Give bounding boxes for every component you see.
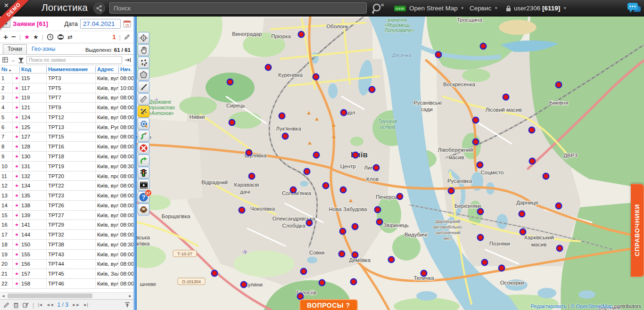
table-row[interactable]: 8★128ТРТ16Київ, вулиця08:00: [0, 142, 133, 152]
delivery-point-marker[interactable]: [340, 187, 346, 193]
delivery-point-marker[interactable]: [301, 269, 306, 274]
delivery-point-marker[interactable]: [421, 270, 427, 276]
delivery-point-marker[interactable]: [341, 110, 347, 115]
courier-icon[interactable]: [138, 204, 149, 215]
points-icon[interactable]: [138, 57, 149, 68]
delivery-point-marker[interactable]: [529, 158, 535, 164]
delivery-point-marker[interactable]: [478, 235, 483, 240]
delivery-point-marker[interactable]: [319, 280, 325, 286]
delivery-point-marker[interactable]: [352, 224, 358, 229]
remove-button[interactable]: −: [11, 33, 16, 41]
user-menu[interactable]: user2306 [6119] ▼: [505, 0, 567, 16]
reference-books-tab[interactable]: СПРАВОЧНИКИ: [631, 184, 644, 277]
delivery-point-marker[interactable]: [279, 113, 285, 119]
first-page-button[interactable]: |◄: [38, 302, 42, 307]
delivery-point-marker[interactable]: [306, 220, 312, 226]
google-search-icon[interactable]: G +: [371, 2, 385, 15]
ruler-icon[interactable]: [138, 93, 149, 105]
table-row[interactable]: 6★125ТРТ13Київ, Русанівська08:00: [0, 122, 133, 132]
scrollbar-thumb[interactable]: [8, 294, 92, 298]
delivery-point-marker[interactable]: [373, 165, 379, 171]
brush-icon[interactable]: [138, 81, 149, 93]
table-row[interactable]: 3★119ТРТ7Київ, вулиця08:00: [0, 93, 133, 103]
add-button[interactable]: +: [3, 33, 8, 41]
prev-page-button[interactable]: ◄◄: [46, 302, 54, 307]
table-header[interactable]: № ▲КодНаименованиеАдресНач.: [0, 65, 133, 73]
next-page-button[interactable]: ►►: [72, 302, 80, 307]
share-icon[interactable]: [93, 2, 105, 14]
filter-icon[interactable]: [18, 57, 24, 63]
questions-button[interactable]: ВОПРОСЫ ?: [299, 299, 358, 310]
column-header[interactable]: Код: [19, 66, 46, 73]
traffic-icon[interactable]: [138, 167, 149, 179]
delivery-point-marker[interactable]: [282, 133, 288, 139]
printer-icon[interactable]: [57, 34, 64, 40]
delivery-point-marker[interactable]: [436, 52, 441, 57]
delivery-point-marker[interactable]: [339, 251, 345, 257]
delivery-point-marker[interactable]: [323, 183, 329, 188]
arrow-right-icon[interactable]: →: [10, 57, 16, 63]
polygon-icon[interactable]: [138, 69, 149, 81]
scroll-right-icon[interactable]: ►: [127, 294, 133, 298]
requests-title[interactable]: Заявки [61]: [13, 20, 48, 27]
delivery-point-marker[interactable]: [543, 173, 549, 179]
delivery-point-marker[interactable]: [239, 207, 245, 213]
horizontal-scrollbar[interactable]: ◄ ►: [0, 292, 133, 299]
cancel-icon[interactable]: [138, 142, 149, 154]
pan-hand-icon[interactable]: [138, 44, 149, 56]
delivery-point-marker[interactable]: [298, 32, 304, 37]
delivery-point-marker[interactable]: [478, 209, 483, 214]
delivery-point-marker[interactable]: [340, 228, 346, 234]
help-icon[interactable]: ? 37: [138, 191, 149, 203]
table-row[interactable]: 21★157ТРТ45Київ, Залізнична08:00: [0, 269, 133, 279]
delivery-point-marker[interactable]: [448, 188, 454, 194]
tab-geozones[interactable]: Гео-зоны: [27, 45, 60, 54]
locate-icon[interactable]: [138, 32, 149, 44]
table-row[interactable]: 11★132ТРТ20Київ, проспект08:00: [0, 171, 133, 181]
table-row[interactable]: 14★138ТРТ26Київ, вулиця08:00: [0, 201, 133, 211]
table-row[interactable]: 15★139ТРТ27Київ, вулиця08:00: [0, 211, 133, 220]
global-search-input[interactable]: [109, 2, 367, 14]
calendar-icon[interactable]: 15: [123, 20, 131, 28]
columns-icon[interactable]: [2, 57, 8, 63]
panel-map-divider[interactable]: [133, 16, 137, 310]
delivery-point-marker[interactable]: [388, 257, 394, 262]
close-icon[interactable]: ✕: [4, 2, 9, 9]
osm-copyright-link[interactable]: © OpenStreetMap: [571, 303, 613, 309]
table-row[interactable]: 22★158ТРТ46Київ, вулиця08:00: [0, 279, 133, 289]
arrow-to-bar-icon[interactable]: [124, 57, 131, 63]
table-row[interactable]: 20★156ТРТ44Київ, вулиця08:00: [0, 260, 133, 269]
delivery-point-marker[interactable]: [212, 270, 217, 276]
delivery-point-marker[interactable]: [480, 43, 486, 49]
column-header[interactable]: Наименование: [46, 66, 95, 73]
date-input[interactable]: 27.04.2021: [80, 19, 121, 29]
delivery-point-marker[interactable]: [529, 127, 535, 133]
delivery-point-marker[interactable]: [229, 120, 235, 125]
table-row[interactable]: 16★141ТРТ29Київ, вулиця08:00: [0, 220, 133, 230]
table-row[interactable]: 12★134ТРТ22Київ, вулиця08:00: [0, 181, 133, 191]
delivery-point-marker[interactable]: [241, 282, 247, 287]
delivery-point-marker[interactable]: [353, 152, 358, 158]
delivery-point-marker[interactable]: [369, 87, 375, 92]
table-row[interactable]: 19★155ТРТ43Київ, вулиця08:00: [0, 250, 133, 260]
delivery-point-marker[interactable]: [499, 265, 504, 271]
delivery-point-marker[interactable]: [249, 173, 255, 179]
swap-icon[interactable]: ⇄: [67, 33, 73, 41]
star-inactive-icon[interactable]: ★: [33, 33, 39, 41]
delivery-point-marker[interactable]: [556, 203, 561, 209]
table-row[interactable]: 9★130ТРТ18Київ, вулиця08:00: [0, 152, 133, 162]
reroute-icon[interactable]: [138, 155, 149, 166]
map-canvas[interactable]: ✈ ✈ Т-10-27О-101304 ВиноградарПріоркаОбо…: [137, 16, 644, 310]
delivery-point-marker[interactable]: [556, 82, 561, 88]
edit-map-link[interactable]: Редактировать: [531, 303, 567, 309]
map-viewport[interactable]: ✈ ✈ Т-10-27О-101304 ВиноградарПріоркаОбо…: [137, 16, 644, 310]
column-header[interactable]: Адрес: [95, 66, 118, 73]
delivery-point-marker[interactable]: [519, 211, 525, 217]
delivery-point-marker[interactable]: [375, 207, 380, 212]
clock-icon[interactable]: [47, 33, 54, 41]
delivery-point-marker[interactable]: [377, 219, 382, 225]
scroll-top-icon[interactable]: [124, 302, 130, 308]
delivery-point-marker[interactable]: [503, 94, 509, 100]
table-row[interactable]: 7★127ТРТ15Київ, вулиця08:00: [0, 132, 133, 142]
table-row[interactable]: 18★150ТРТ38Київ, вулиця08:30: [0, 240, 133, 250]
